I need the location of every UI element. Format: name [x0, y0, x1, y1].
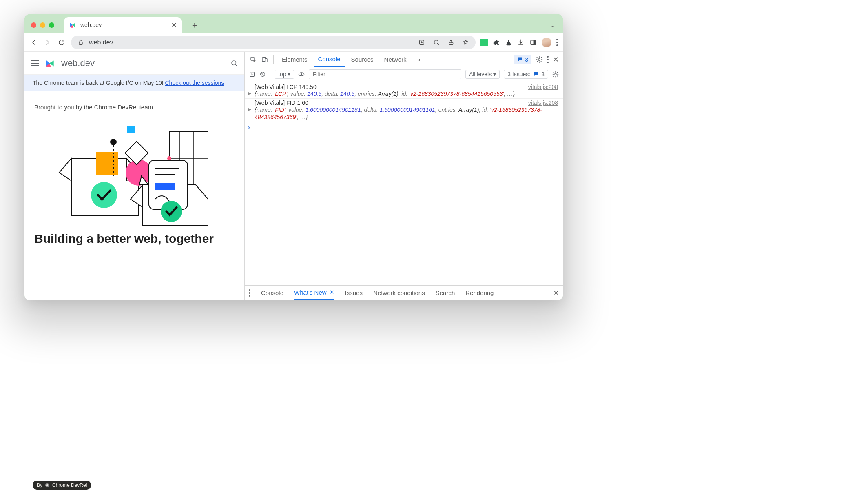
log-source-link[interactable]: vitals.js:208 — [528, 84, 558, 90]
console-log-row[interactable]: vitals.js:208 [Web Vitals] LCP 140.50 ▶ … — [245, 83, 563, 99]
inspect-element-icon[interactable] — [249, 55, 258, 64]
console-log-row[interactable]: vitals.js:208 [Web Vitals] FID 1.60 ▶ {n… — [245, 99, 563, 122]
drawer-tab-network-conditions[interactable]: Network conditions — [373, 289, 425, 296]
clear-console-icon[interactable] — [259, 71, 266, 78]
expand-caret-icon[interactable]: ▶ — [248, 91, 251, 95]
search-icon[interactable] — [230, 60, 238, 67]
lock-icon — [78, 39, 84, 46]
reload-button[interactable] — [57, 38, 66, 47]
drawer-tab-issues[interactable]: Issues — [345, 289, 363, 296]
extensions-puzzle-icon[interactable] — [493, 39, 500, 46]
svg-point-30 — [161, 201, 182, 222]
log-levels-dropdown[interactable]: All levels ▾ — [465, 70, 500, 79]
banner-link[interactable]: Check out the sessions — [165, 80, 224, 86]
devtools-tab-console[interactable]: Console — [314, 52, 345, 67]
site-name: web.dev — [61, 58, 95, 69]
page-viewport: web.dev The Chrome team is back at Googl… — [24, 52, 245, 300]
svg-point-22 — [91, 182, 117, 208]
address-bar[interactable]: web.dev — [71, 36, 476, 49]
svg-point-34 — [538, 58, 540, 60]
execute-icon[interactable] — [249, 71, 255, 78]
bookmark-star-icon[interactable] — [463, 39, 469, 46]
credit-badge[interactable]: By Chrome DevRel — [33, 481, 91, 490]
browser-window: web.dev ✕ ＋ ⌄ web.dev — [24, 14, 563, 300]
live-expression-icon[interactable] — [298, 71, 305, 78]
tabs-overflow-icon[interactable]: ⌄ — [550, 21, 556, 29]
svg-rect-29 — [155, 183, 175, 190]
devtools-tab-bar: Elements Console Sources Network » 3 ✕ — [245, 52, 563, 67]
extension-icon[interactable] — [480, 39, 488, 46]
devtools-tabs-overflow[interactable]: » — [413, 52, 425, 67]
device-toolbar-icon[interactable] — [260, 55, 269, 64]
log-header: [Web Vitals] LCP 140.50 — [255, 84, 317, 90]
console-settings-gear-icon[interactable] — [552, 71, 559, 78]
banner-text: The Chrome team is back at Google I/O on… — [33, 80, 165, 86]
forward-button[interactable] — [43, 38, 52, 47]
hero-subtitle: Brought to you by the Chrome DevRel team — [34, 104, 235, 111]
gear-icon[interactable] — [536, 56, 543, 63]
drawer-tab-close-icon[interactable]: ✕ — [329, 288, 334, 296]
context-dropdown[interactable]: top ▾ — [275, 70, 294, 79]
console-output[interactable]: vitals.js:208 [Web Vitals] LCP 140.50 ▶ … — [245, 81, 563, 285]
close-window-button[interactable] — [31, 22, 36, 28]
drawer-tab-whats-new[interactable]: What's New ✕ — [294, 286, 334, 300]
console-prompt[interactable]: › — [245, 122, 563, 132]
expand-caret-icon[interactable]: ▶ — [248, 107, 251, 111]
back-button[interactable] — [29, 38, 38, 47]
drawer-tab-search[interactable]: Search — [436, 289, 455, 296]
downloads-icon[interactable] — [517, 39, 525, 46]
issues-pill[interactable]: 3 Issues: 3 — [504, 70, 548, 79]
svg-point-17 — [126, 160, 152, 186]
chrome-icon — [45, 483, 50, 488]
log-object[interactable]: {name: 'FID', value: 1.6000000014901161,… — [255, 106, 558, 121]
log-source-link[interactable]: vitals.js:208 — [528, 100, 558, 106]
filter-input[interactable] — [309, 69, 461, 79]
log-object[interactable]: {name: 'LCP', value: 140.5, delta: 140.5… — [255, 90, 558, 98]
address-text: web.dev — [89, 39, 113, 46]
close-tab-icon[interactable]: ✕ — [171, 21, 177, 29]
labs-flask-icon[interactable] — [505, 39, 512, 46]
svg-point-41 — [46, 484, 48, 486]
message-count-pill[interactable]: 3 — [514, 55, 531, 64]
devtools-tab-sources[interactable]: Sources — [347, 52, 378, 67]
drawer-close-icon[interactable]: ✕ — [554, 289, 559, 297]
minimize-window-button[interactable] — [40, 22, 45, 28]
devtools-close-icon[interactable]: ✕ — [553, 55, 559, 64]
devtools-tab-network[interactable]: Network — [380, 52, 411, 67]
tab-strip: web.dev ✕ ＋ ⌄ — [24, 14, 563, 33]
new-tab-button[interactable]: ＋ — [189, 19, 200, 31]
tab-title: web.dev — [80, 22, 167, 28]
hero-title: Building a better web, together — [34, 232, 235, 246]
zoom-icon[interactable] — [433, 39, 440, 46]
devtools-menu-icon[interactable] — [547, 56, 549, 63]
site-logo-icon — [45, 58, 55, 69]
share-icon[interactable] — [448, 39, 454, 46]
svg-point-38 — [301, 73, 302, 75]
tab-favicon — [69, 21, 76, 29]
credit-author: Chrome DevRel — [52, 482, 87, 488]
devtools-tab-elements[interactable]: Elements — [278, 52, 312, 67]
maximize-window-button[interactable] — [49, 22, 54, 28]
install-icon[interactable] — [418, 39, 425, 46]
svg-rect-33 — [265, 58, 267, 62]
hamburger-icon[interactable] — [31, 60, 39, 66]
window-controls — [31, 22, 54, 28]
log-header: [Web Vitals] FID 1.60 — [255, 100, 308, 106]
announcement-banner: The Chrome team is back at Google I/O on… — [24, 75, 244, 91]
side-panel-icon[interactable] — [529, 39, 537, 46]
devtools-panel: Elements Console Sources Network » 3 ✕ — [245, 52, 563, 300]
console-toolbar: top ▾ All levels ▾ 3 Issues: 3 — [245, 67, 563, 81]
drawer-tab-rendering[interactable]: Rendering — [465, 289, 494, 296]
svg-rect-16 — [96, 152, 118, 175]
site-header: web.dev — [24, 52, 244, 75]
credit-prefix: By — [37, 482, 42, 488]
browser-menu-button[interactable] — [556, 39, 558, 46]
svg-point-39 — [555, 73, 556, 75]
browser-tab[interactable]: web.dev ✕ — [64, 17, 182, 33]
hero-illustration — [57, 120, 212, 228]
drawer-menu-icon[interactable] — [249, 289, 250, 297]
drawer-tab-console[interactable]: Console — [261, 289, 283, 296]
message-count: 3 — [525, 56, 528, 63]
hero-section: Brought to you by the Chrome DevRel team — [24, 91, 244, 246]
profile-avatar[interactable] — [542, 38, 551, 47]
